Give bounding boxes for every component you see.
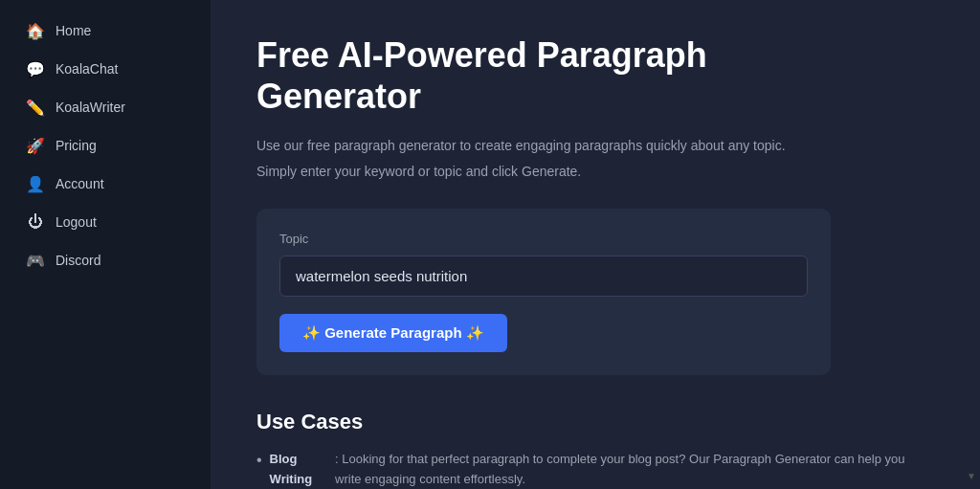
home-icon: 🏠: [27, 22, 44, 39]
sidebar-item-account[interactable]: 👤Account: [8, 166, 203, 202]
topic-card: Topic ✨ Generate Paragraph ✨: [256, 209, 831, 375]
sidebar-item-discord[interactable]: 🎮Discord: [8, 242, 203, 278]
sidebar-item-label-discord: Discord: [56, 253, 100, 268]
sidebar-item-label-account: Account: [56, 176, 104, 191]
topic-input[interactable]: [279, 256, 808, 297]
sidebar-item-label-koalachat: KoalaChat: [56, 61, 118, 77]
logout-icon: ⏻: [27, 213, 44, 231]
generate-button[interactable]: ✨ Generate Paragraph ✨: [279, 314, 507, 352]
koalachat-icon: 💬: [27, 60, 44, 78]
sidebar-item-pricing[interactable]: 🚀Pricing: [8, 127, 203, 164]
use-cases-title: Use Cases: [256, 410, 934, 434]
use-cases-list: Blog Writing: Looking for that perfect p…: [256, 450, 934, 489]
subtitle-1: Use our free paragraph generator to crea…: [256, 136, 934, 156]
koalawriter-icon: ✏️: [27, 99, 44, 116]
page-title: Free AI-Powered Paragraph Generator: [256, 34, 831, 117]
sidebar-item-label-home: Home: [56, 23, 91, 38]
sidebar-item-koalachat[interactable]: 💬KoalaChat: [8, 51, 203, 87]
sidebar-item-koalawriter[interactable]: ✏️KoalaWriter: [8, 89, 203, 125]
discord-icon: 🎮: [27, 252, 44, 269]
sidebar-item-label-pricing: Pricing: [56, 138, 97, 153]
sidebar-item-logout[interactable]: ⏻Logout: [8, 204, 203, 240]
account-icon: 👤: [27, 175, 44, 192]
main-content: Free AI-Powered Paragraph Generator Use …: [211, 0, 980, 489]
sidebar-item-home[interactable]: 🏠Home: [8, 12, 203, 49]
sidebar-item-label-logout: Logout: [56, 214, 97, 230]
sidebar-item-label-koalawriter: KoalaWriter: [56, 100, 125, 115]
list-item: Blog Writing: Looking for that perfect p…: [256, 450, 934, 489]
topic-label: Topic: [279, 232, 808, 246]
subtitle-2: Simply enter your keyword or topic and c…: [256, 162, 934, 182]
scroll-down-arrow: ▼: [967, 471, 976, 481]
pricing-icon: 🚀: [27, 137, 44, 154]
sidebar: 🏠Home💬KoalaChat✏️KoalaWriter🚀Pricing👤Acc…: [0, 0, 211, 489]
